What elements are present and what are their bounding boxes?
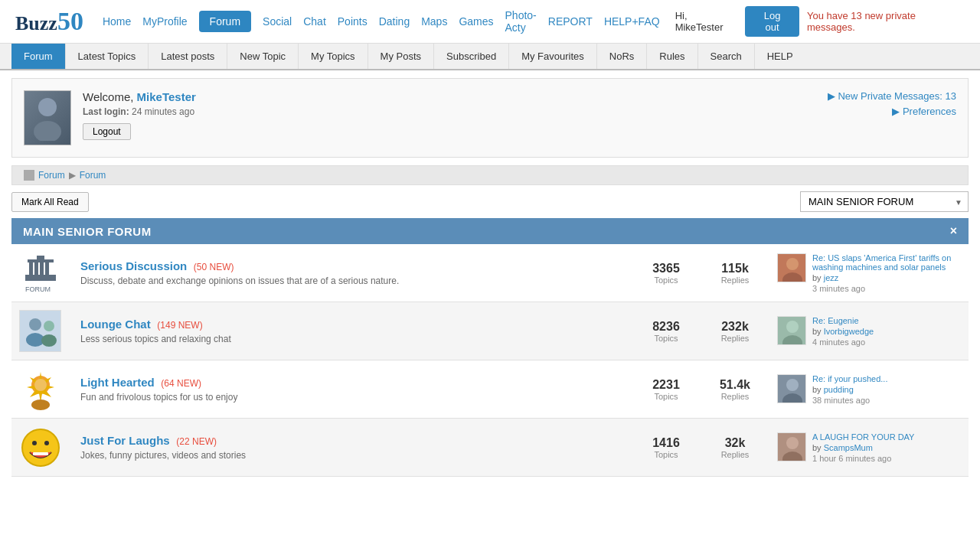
forum-description: Discuss, debate and exchange opinions on… bbox=[80, 276, 620, 286]
svg-rect-7 bbox=[45, 262, 49, 276]
forum-replies-cell: 51.4k Replies bbox=[701, 360, 769, 419]
forum-title-link[interactable]: Light Hearted bbox=[80, 376, 155, 389]
new-count: (64 NEW) bbox=[161, 378, 201, 389]
svg-point-25 bbox=[31, 399, 50, 410]
forum-title-link[interactable]: Just For Laughs bbox=[80, 434, 170, 447]
new-count: (22 NEW) bbox=[176, 436, 217, 447]
topics-count: 3365 bbox=[639, 262, 693, 276]
latest-title-link[interactable]: A LAUGH FOR YOUR DAY bbox=[812, 432, 914, 442]
breadcrumb-forum-link2[interactable]: Forum bbox=[80, 170, 106, 181]
latest-title-link[interactable]: Re: if your pushed... bbox=[812, 374, 887, 383]
svg-point-24 bbox=[34, 379, 47, 391]
svg-rect-14 bbox=[20, 311, 61, 352]
svg-rect-5 bbox=[34, 262, 38, 276]
replies-label: Replies bbox=[708, 392, 762, 401]
latest-author-link[interactable]: Ivorbigwedge bbox=[824, 327, 874, 336]
forum-topics-cell: 2231 Topics bbox=[632, 360, 701, 419]
latest-avatar bbox=[777, 253, 806, 282]
tab-search[interactable]: Search bbox=[698, 44, 755, 69]
welcome-username[interactable]: MikeTester bbox=[137, 90, 196, 103]
nav-chat[interactable]: Chat bbox=[303, 15, 326, 28]
topics-count: 1416 bbox=[639, 436, 693, 450]
latest-info: Re: US slaps 'America First' tariffs on … bbox=[812, 253, 961, 293]
nav-dating[interactable]: Dating bbox=[379, 15, 410, 28]
preferences-link[interactable]: ▶ Preferences bbox=[803, 106, 956, 117]
table-row: FORUM Serious Discussion (50 NEW) Discus… bbox=[11, 244, 969, 302]
latest-author-link[interactable]: ScampsMum bbox=[824, 443, 873, 452]
breadcrumb-forum-link[interactable]: Forum bbox=[38, 170, 65, 181]
tab-my-favourites[interactable]: My Favourites bbox=[509, 44, 597, 69]
forum-icon-cell: FORUM bbox=[11, 244, 69, 302]
section-close-button[interactable]: × bbox=[950, 224, 957, 238]
breadcrumb-arrow: ▶ bbox=[69, 170, 76, 181]
forum-select[interactable]: MAIN SENIOR FORUM OTHER FORUMS bbox=[800, 191, 969, 212]
main-nav-links: Home MyProfile Forum Social Chat Points … bbox=[103, 9, 660, 34]
new-private-messages-link[interactable]: ▶ New Private Messages: 13 bbox=[803, 90, 956, 102]
latest-avatar bbox=[777, 316, 806, 345]
latest-title-link[interactable]: Re: Eugenie bbox=[812, 316, 874, 325]
nav-myprofile[interactable]: MyProfile bbox=[142, 15, 187, 28]
svg-point-35 bbox=[786, 437, 799, 449]
forum-icon-lighthearted bbox=[19, 368, 61, 410]
forum-title-link[interactable]: Lounge Chat bbox=[80, 318, 151, 331]
nav-social[interactable]: Social bbox=[263, 15, 292, 28]
latest-info: Re: Eugenie by Ivorbigwedge 4 minutes ag… bbox=[812, 316, 874, 347]
tab-subscribed[interactable]: Subscribed bbox=[434, 44, 509, 69]
logout-small-button[interactable]: Logout bbox=[83, 123, 131, 140]
people-icon bbox=[20, 311, 61, 352]
svg-point-0 bbox=[38, 98, 57, 116]
nav-points[interactable]: Points bbox=[338, 15, 368, 28]
tab-help[interactable]: HELP bbox=[755, 44, 805, 69]
latest-time: 1 hour 6 minutes ago bbox=[812, 454, 914, 463]
controls-row: Mark All Read MAIN SENIOR FORUM OTHER FO… bbox=[11, 191, 969, 212]
forum-icon-serious: FORUM bbox=[19, 252, 61, 294]
forum-latest-cell: Re: US slaps 'America First' tariffs on … bbox=[769, 244, 969, 302]
tab-my-topics[interactable]: My Topics bbox=[299, 44, 368, 69]
last-login-time: 24 minutes ago bbox=[132, 106, 194, 117]
section-title: MAIN SENIOR FORUM bbox=[23, 225, 152, 238]
svg-point-18 bbox=[41, 334, 57, 347]
forum-info-cell: Serious Discussion (50 NEW) Discuss, deb… bbox=[69, 244, 632, 302]
nav-home[interactable]: Home bbox=[103, 15, 131, 28]
logo: Buzz50 bbox=[15, 7, 83, 36]
nav-help-faq[interactable]: HELP+FAQ bbox=[604, 15, 660, 28]
nav-forum[interactable]: Forum bbox=[199, 11, 251, 32]
svg-point-15 bbox=[29, 318, 41, 331]
nav-report[interactable]: REPORT bbox=[548, 15, 593, 28]
welcome-info: Welcome, MikeTester Last login: 24 minut… bbox=[83, 90, 792, 140]
latest-author-link[interactable]: pudding bbox=[824, 385, 854, 394]
by-label: by bbox=[812, 385, 822, 394]
tab-forum[interactable]: Forum bbox=[11, 44, 66, 69]
latest-time: 3 minutes ago bbox=[812, 284, 961, 293]
tab-my-posts[interactable]: My Posts bbox=[368, 44, 434, 69]
tab-new-topic[interactable]: New Topic bbox=[227, 44, 299, 69]
nav-maps[interactable]: Maps bbox=[421, 15, 447, 28]
logout-button[interactable]: Log out bbox=[745, 6, 799, 37]
forum-replies-cell: 232k Replies bbox=[701, 302, 769, 360]
latest-avatar-icon bbox=[778, 254, 806, 282]
svg-point-17 bbox=[44, 321, 54, 331]
topics-label: Topics bbox=[639, 450, 693, 459]
forum-select-wrap: MAIN SENIOR FORUM OTHER FORUMS ▼ bbox=[800, 191, 969, 212]
tab-latest-posts[interactable]: Latest posts bbox=[149, 44, 227, 69]
nav-games[interactable]: Games bbox=[459, 15, 493, 28]
replies-count: 115k bbox=[708, 262, 762, 276]
svg-point-32 bbox=[44, 441, 49, 445]
tab-latest-topics[interactable]: Latest Topics bbox=[66, 44, 149, 69]
mark-all-read-button[interactable]: Mark All Read bbox=[11, 192, 89, 212]
nav-photo-acty[interactable]: Photo-Acty bbox=[505, 9, 537, 34]
avatar-icon bbox=[28, 95, 67, 141]
latest-author-link[interactable]: jezz bbox=[824, 273, 839, 282]
forum-icon-lounge bbox=[19, 310, 61, 352]
breadcrumb-icon bbox=[24, 170, 34, 181]
second-nav: Forum Latest Topics Latest posts New Top… bbox=[0, 44, 980, 70]
topics-count: 2231 bbox=[639, 378, 693, 392]
latest-title-link[interactable]: Re: US slaps 'America First' tariffs on … bbox=[812, 253, 961, 272]
latest-avatar bbox=[777, 432, 806, 461]
forum-description: Fun and frivolous topics for us to enjoy bbox=[80, 392, 620, 403]
tab-rules[interactable]: Rules bbox=[647, 44, 697, 69]
topics-label: Topics bbox=[639, 276, 693, 285]
forum-title-link[interactable]: Serious Discussion bbox=[80, 259, 187, 272]
by-label: by bbox=[812, 273, 822, 282]
tab-nors[interactable]: NoRs bbox=[597, 44, 648, 69]
